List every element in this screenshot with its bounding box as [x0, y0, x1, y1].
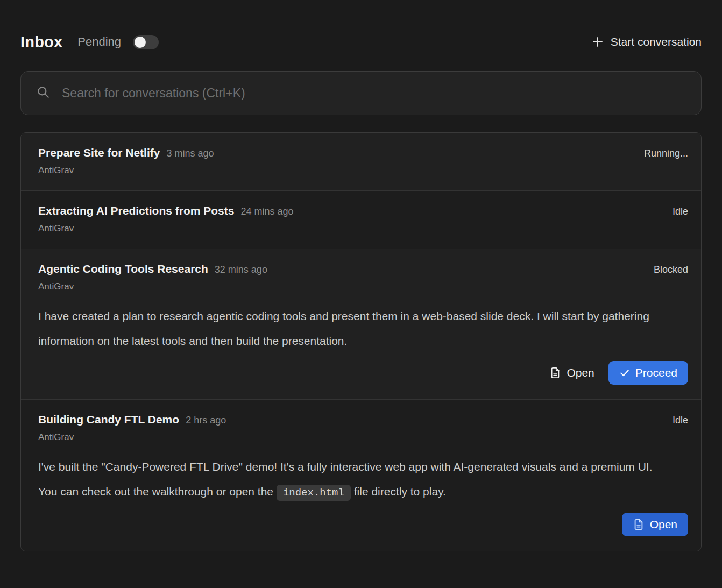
- start-conversation-button[interactable]: Start conversation: [591, 36, 702, 48]
- agent-name: AntiGrav: [38, 223, 688, 234]
- status-badge: Running...: [644, 148, 688, 159]
- pending-filter-label: Pending: [77, 35, 121, 49]
- search-icon: [36, 85, 50, 101]
- conversation-list: Prepare Site for Netlify 3 mins ago Runn…: [20, 132, 702, 551]
- document-icon: [633, 519, 645, 530]
- check-icon: [619, 367, 630, 378]
- open-button[interactable]: Open: [622, 513, 688, 536]
- status-badge: Idle: [673, 415, 688, 426]
- status-badge: Idle: [673, 206, 688, 217]
- conversation-title: Extracting AI Predictions from Posts: [38, 204, 234, 217]
- agent-name: AntiGrav: [38, 281, 688, 292]
- row-title-group: Prepare Site for Netlify 3 mins ago: [38, 146, 214, 159]
- row-title-group: Agentic Coding Tools Research 32 mins ag…: [38, 263, 267, 275]
- conversation-summary: I've built the "Candy-Powered FTL Drive"…: [38, 455, 667, 505]
- search-input[interactable]: [62, 86, 686, 101]
- proceed-button-label: Proceed: [635, 366, 677, 379]
- conversation-row-extracting-predictions[interactable]: Extracting AI Predictions from Posts 24 …: [21, 190, 701, 249]
- toggle-knob: [135, 37, 146, 48]
- row-header: Prepare Site for Netlify 3 mins ago Runn…: [38, 146, 688, 159]
- open-button[interactable]: Open: [547, 362, 596, 384]
- inbox-page: Inbox Pending Start conversation: [0, 0, 722, 551]
- summary-text-post: file directly to play.: [351, 485, 446, 498]
- conversation-row-prepare-site[interactable]: Prepare Site for Netlify 3 mins ago Runn…: [21, 133, 701, 190]
- row-header: Extracting AI Predictions from Posts 24 …: [38, 204, 688, 217]
- conversation-row-agentic-coding[interactable]: Agentic Coding Tools Research 32 mins ag…: [21, 249, 701, 399]
- conversation-timestamp: 3 mins ago: [166, 148, 214, 159]
- row-actions: Open Proceed: [38, 361, 688, 385]
- conversation-timestamp: 24 mins ago: [240, 206, 293, 217]
- top-bar-left: Inbox Pending: [20, 33, 159, 51]
- conversation-timestamp: 2 hrs ago: [186, 415, 226, 426]
- conversation-title: Building Candy FTL Demo: [38, 413, 179, 426]
- agent-name: AntiGrav: [38, 165, 688, 176]
- conversation-summary: I have created a plan to research agenti…: [38, 304, 667, 353]
- pending-toggle[interactable]: [133, 35, 159, 49]
- top-bar: Inbox Pending Start conversation: [20, 28, 702, 56]
- row-title-group: Building Candy FTL Demo 2 hrs ago: [38, 413, 226, 426]
- search-bar: [20, 71, 702, 115]
- proceed-button[interactable]: Proceed: [608, 361, 688, 385]
- page-title: Inbox: [20, 33, 62, 51]
- conversation-timestamp: 32 mins ago: [215, 264, 267, 275]
- agent-name: AntiGrav: [38, 432, 688, 443]
- row-header: Building Candy FTL Demo 2 hrs ago Idle: [38, 413, 688, 426]
- open-button-label: Open: [567, 366, 594, 379]
- conversation-title: Prepare Site for Netlify: [38, 146, 160, 159]
- row-actions: Open: [38, 513, 688, 536]
- document-icon: [549, 367, 561, 379]
- open-button-label: Open: [650, 518, 677, 531]
- plus-icon: [591, 36, 604, 48]
- row-header: Agentic Coding Tools Research 32 mins ag…: [38, 263, 688, 275]
- inline-code-filename: index.html: [277, 485, 351, 501]
- row-title-group: Extracting AI Predictions from Posts 24 …: [38, 204, 294, 217]
- start-conversation-label: Start conversation: [611, 36, 702, 48]
- conversation-row-candy-ftl[interactable]: Building Candy FTL Demo 2 hrs ago Idle A…: [21, 399, 701, 551]
- conversation-title: Agentic Coding Tools Research: [38, 263, 208, 275]
- status-badge: Blocked: [654, 264, 688, 275]
